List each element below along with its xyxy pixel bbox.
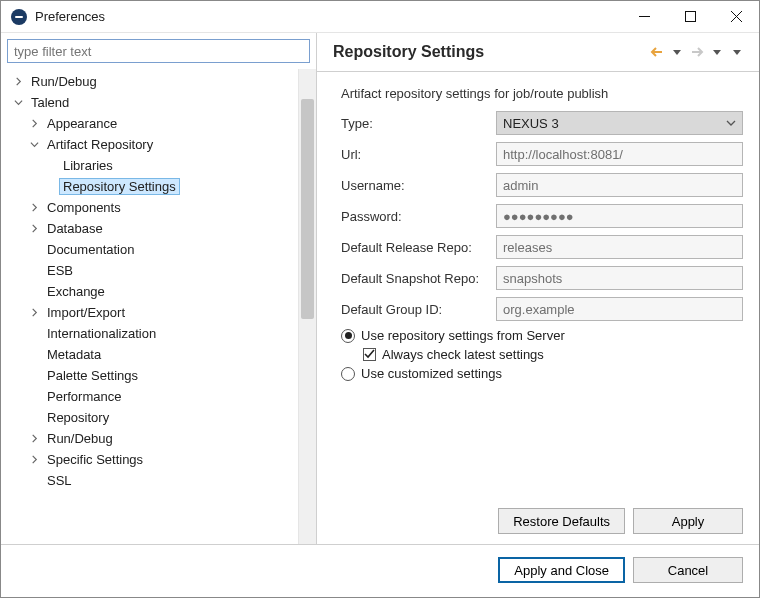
use-custom-radio[interactable]: Use customized settings [341,366,743,381]
restore-defaults-button[interactable]: Restore Defaults [498,508,625,534]
use-server-radio[interactable]: Use repository settings from Server [341,328,743,343]
chevron-down-icon [27,138,41,152]
password-input[interactable] [496,204,743,228]
username-input[interactable] [496,173,743,197]
default-group-id-input[interactable] [496,297,743,321]
radio-unchecked-icon [341,367,355,381]
tree-item-palette-settings[interactable]: Palette Settings [7,365,298,386]
apply-button[interactable]: Apply [633,508,743,534]
tree-item-documentation[interactable]: Documentation [7,239,298,260]
preferences-window: Preferences Run/Debug [0,0,760,598]
url-input[interactable] [496,142,743,166]
default-group-id-label: Default Group ID: [341,302,496,317]
svg-rect-1 [685,12,695,22]
use-custom-label: Use customized settings [361,366,502,381]
minimize-button[interactable] [621,1,667,33]
chevron-right-icon [27,453,41,467]
checkbox-checked-icon [363,348,376,361]
chevron-down-icon [11,96,25,110]
cancel-button[interactable]: Cancel [633,557,743,583]
svg-marker-6 [733,50,741,55]
chevron-right-icon [11,75,25,89]
chevron-right-icon [27,201,41,215]
tree-item-import-export[interactable]: Import/Export [7,302,298,323]
maximize-button[interactable] [667,1,713,33]
tree-item-components[interactable]: Components [7,197,298,218]
menu-dropdown-icon[interactable] [729,44,745,60]
back-dropdown-icon[interactable] [669,44,685,60]
tree-item-performance[interactable]: Performance [7,386,298,407]
forward-dropdown-icon[interactable] [709,44,725,60]
scrollbar-thumb[interactable] [301,99,314,319]
type-label: Type: [341,116,496,131]
tree-item-run-debug-2[interactable]: Run/Debug [7,428,298,449]
filter-box [7,39,310,63]
close-button[interactable] [713,1,759,33]
chevron-right-icon [27,432,41,446]
page-content: Artifact repository settings for job/rou… [317,72,759,502]
back-icon[interactable] [649,44,665,60]
tree-item-run-debug[interactable]: Run/Debug [7,71,298,92]
type-select[interactable]: NEXUS 3 [496,111,743,135]
default-release-repo-input[interactable] [496,235,743,259]
dialog-footer: Apply and Close Cancel [1,544,759,597]
svg-marker-4 [673,50,681,55]
chevron-right-icon [27,222,41,236]
always-check-label: Always check latest settings [382,347,544,362]
password-label: Password: [341,209,496,224]
default-release-repo-label: Default Release Repo: [341,240,496,255]
svg-marker-5 [713,50,721,55]
settings-pane: Repository Settings [317,33,759,544]
tree-scrollbar[interactable] [298,69,316,544]
tree-item-artifact-repository[interactable]: Artifact Repository [7,134,298,155]
use-server-label: Use repository settings from Server [361,328,565,343]
tree-item-specific-settings[interactable]: Specific Settings [7,449,298,470]
forward-icon[interactable] [689,44,705,60]
default-snapshot-repo-label: Default Snapshot Repo: [341,271,496,286]
tree-item-esb[interactable]: ESB [7,260,298,281]
page-header: Repository Settings [317,33,759,72]
type-value: NEXUS 3 [503,116,559,131]
default-snapshot-repo-input[interactable] [496,266,743,290]
window-title: Preferences [35,9,105,24]
chevron-right-icon [27,117,41,131]
page-title: Repository Settings [333,43,649,61]
chevron-right-icon [27,306,41,320]
tree-pane: Run/Debug Talend Appearance [1,33,317,544]
tree-item-exchange[interactable]: Exchange [7,281,298,302]
filter-input[interactable] [7,39,310,63]
tree-item-repository[interactable]: Repository [7,407,298,428]
tree-item-talend[interactable]: Talend [7,92,298,113]
tree-item-repository-settings[interactable]: Repository Settings [7,176,298,197]
radio-checked-icon [341,329,355,343]
tree-item-ssl[interactable]: SSL [7,470,298,491]
tree-item-metadata[interactable]: Metadata [7,344,298,365]
always-check-checkbox[interactable]: Always check latest settings [363,347,743,362]
tree-item-internationalization[interactable]: Internationalization [7,323,298,344]
tree-item-libraries[interactable]: Libraries [7,155,298,176]
username-label: Username: [341,178,496,193]
app-icon [11,9,27,25]
tree-item-appearance[interactable]: Appearance [7,113,298,134]
titlebar: Preferences [1,1,759,33]
chevron-down-icon [726,118,736,128]
tree-item-database[interactable]: Database [7,218,298,239]
url-label: Url: [341,147,496,162]
preferences-tree[interactable]: Run/Debug Talend Appearance [7,69,298,544]
apply-and-close-button[interactable]: Apply and Close [498,557,625,583]
page-description: Artifact repository settings for job/rou… [341,86,743,101]
